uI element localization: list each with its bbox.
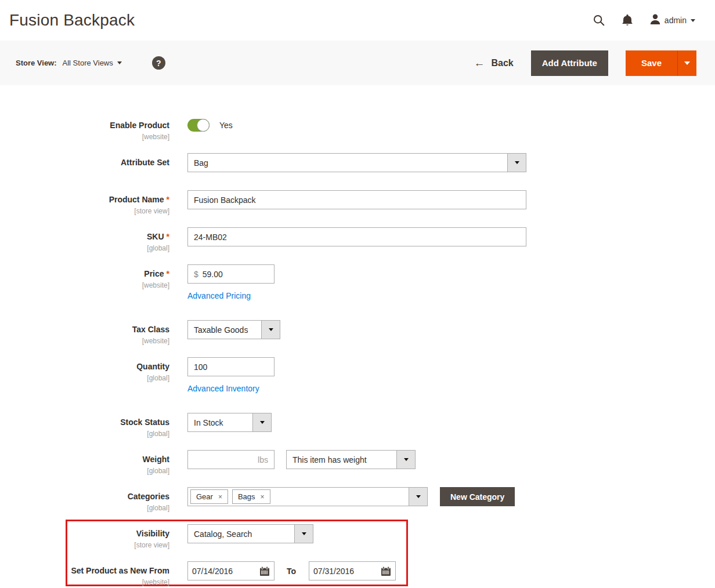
category-chip: Bags × [232,489,270,504]
caret-down-icon [515,161,519,164]
product-name-input[interactable] [187,190,526,209]
tax-class-label: Tax Class [132,325,169,334]
stock-status-label: Stock Status [120,418,169,427]
select-arrow-button[interactable] [294,525,313,543]
row-sku: SKU* [global] [0,227,715,246]
weight-label-col: Weight [global] [0,450,169,469]
sku-label: SKU* [147,232,169,241]
row-product-name: Product Name* [store view] [0,190,715,209]
row-enable-product: Enable Product [website] Yes [0,119,715,132]
weight-label: Weight [143,455,169,464]
stock-status-select[interactable]: In Stock [187,413,272,432]
caret-down-icon [404,458,409,461]
row-attribute-set: Attribute Set Bag [0,153,715,172]
weight-type-value: This item has weight [287,451,396,469]
sku-input[interactable] [187,227,526,246]
categories-multiselect[interactable]: Gear × Bags × [187,487,428,506]
advanced-inventory-link[interactable]: Advanced Inventory [187,384,259,393]
select-arrow-button[interactable] [507,154,526,172]
attribute-set-select[interactable]: Bag [187,153,526,172]
calendar-icon[interactable] [381,566,395,576]
add-attribute-button[interactable]: Add Attribute [531,50,608,76]
weight-control: lbs This item has weight [187,450,416,469]
product-edit-page: Fusion Backpack admin Store View: All St… [0,0,715,588]
visibility-value: Catalog, Search [188,525,294,543]
caret-down-icon [416,495,421,498]
row-visibility: Visibility [store view] Catalog, Search [0,524,715,543]
weight-unit: lbs [258,455,274,464]
enable-product-label-col: Enable Product [website] [0,119,169,132]
help-icon[interactable]: ? [152,56,165,70]
new-category-button[interactable]: New Category [440,487,515,506]
weight-field: lbs [187,450,275,469]
toolbar-actions: ← Back Add Attribute Save [474,50,696,76]
chip-label: Bags [238,492,255,501]
annotated-section: Visibility [store view] Catalog, Search … [0,524,715,580]
price-field: $ [187,264,275,284]
visibility-label: Visibility [136,529,169,538]
weight-type-select[interactable]: This item has weight [286,450,416,469]
attribute-set-value: Bag [188,154,507,172]
select-arrow-button[interactable] [261,321,280,339]
tax-class-control: Taxable Goods [187,320,280,339]
enable-product-toggle[interactable] [187,119,210,132]
new-to-date-input[interactable] [309,567,381,576]
currency-symbol: $ [188,270,198,279]
product-name-control [187,190,526,209]
attribute-set-control: Bag [187,153,526,172]
required-mark: * [167,232,169,241]
bell-icon[interactable] [622,14,633,26]
attribute-set-label-col: Attribute Set [0,153,169,172]
chip-remove-icon[interactable]: × [261,493,265,500]
enable-product-scope: [website] [142,133,169,141]
row-quantity: Quantity [global] Advanced Inventory [0,357,715,394]
product-name-scope: [store view] [134,207,169,215]
search-icon[interactable] [593,14,605,26]
save-button[interactable]: Save [626,50,677,76]
visibility-select[interactable]: Catalog, Search [187,524,313,543]
set-new-control: To [187,561,396,580]
quantity-input[interactable] [187,357,275,376]
stock-status-label-col: Stock Status [global] [0,413,169,432]
categories-scope: [global] [147,504,169,512]
tax-class-value: Taxable Goods [188,321,261,339]
sku-scope: [global] [147,244,169,252]
attribute-set-label: Attribute Set [121,158,169,167]
tax-class-select[interactable]: Taxable Goods [187,320,280,339]
enable-product-control: Yes [187,119,233,132]
calendar-icon[interactable] [259,566,274,576]
select-arrow-button[interactable] [252,413,271,431]
weight-scope: [global] [147,467,169,475]
back-label: Back [491,58,513,68]
admin-account-menu[interactable]: admin [650,14,695,27]
page-header: Fusion Backpack admin [0,0,715,41]
chevron-down-icon [117,61,122,64]
price-label-col: Price* [website] [0,264,169,284]
price-scope: [website] [142,281,169,289]
back-button[interactable]: ← Back [474,57,513,70]
select-arrow-button[interactable] [409,488,427,506]
row-categories: Categories [global] Gear × Bags × [0,487,715,506]
row-price: Price* [website] $ Advanced Pricing [0,264,715,301]
weight-input[interactable] [188,455,258,464]
toggle-knob [197,119,210,132]
caret-down-icon [260,421,265,424]
advanced-pricing-link[interactable]: Advanced Pricing [187,291,251,300]
new-from-date-input[interactable] [188,567,259,576]
user-icon [650,14,660,27]
row-tax-class: Tax Class [website] Taxable Goods [0,320,715,339]
new-to-date-field [309,561,396,580]
chip-label: Gear [196,492,213,501]
product-form: Enable Product [website] Yes Attribute S… [0,85,715,580]
quantity-label-col: Quantity [global] [0,357,169,376]
store-view-current: All Store Views [63,59,113,67]
caret-down-icon [302,532,306,535]
chip-remove-icon[interactable]: × [218,493,222,500]
categories-label-col: Categories [global] [0,487,169,506]
save-options-toggle[interactable] [677,50,696,76]
price-input[interactable] [198,270,274,279]
select-arrow-button[interactable] [396,451,415,469]
sku-label-col: SKU* [global] [0,227,169,246]
chevron-down-icon [691,19,695,22]
store-view-selector[interactable]: All Store Views [63,59,122,67]
